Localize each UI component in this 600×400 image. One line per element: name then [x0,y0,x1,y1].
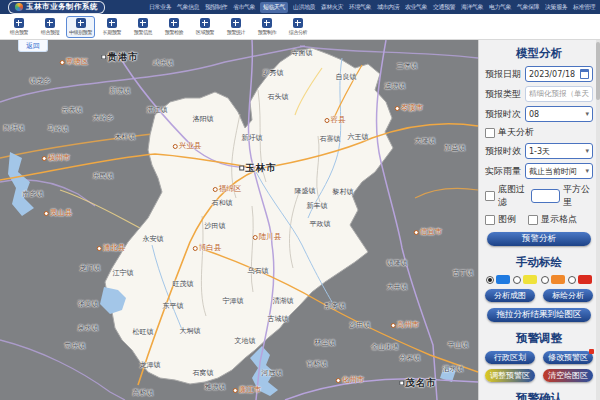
nav-item[interactable]: 标准管理 [572,2,596,13]
map-label: 江宁镇 [113,268,134,278]
map-label: 兴业县 [173,141,202,151]
map-label: 沙田镇 [350,320,371,330]
actual-rain-row: 实际雨量 截止当前时间 ▾ [485,163,593,179]
sidebar-scrollbar[interactable] [596,40,600,400]
basemap-filter-label: 底图过滤 [498,183,528,209]
map-label: 河唇镇 [262,368,283,378]
grid-icon [138,18,148,28]
nav-item[interactable]: 电力气象 [488,2,512,13]
app-logo[interactable]: 玉林市业务制作系统 [8,1,105,14]
map-label: 文地镇 [235,336,256,346]
color-swatch [578,275,592,284]
plot-color-radio[interactable] [513,275,537,284]
tool-tab[interactable]: 长期预警 [97,16,126,38]
app-title: 玉林市业务制作系统 [26,2,98,12]
warning-confirm-title: 预警确认 [485,391,593,400]
drag-result-to-canvas-button[interactable]: 拖拉分析结果到绘图区 [487,308,591,322]
warning-analysis-button[interactable]: 预警分析 [487,232,591,246]
legend-grid-row: 图例 显示格点 [485,213,593,226]
map-canvas[interactable]: 返回 贵港市 玉林市 茂名市 [0,40,478,400]
map-label: 陆川县 [253,232,282,242]
nav-item[interactable]: 预报制作 [204,2,228,13]
forecast-date-input[interactable]: 2023/07/18 [525,66,593,82]
nav-item[interactable]: 省市气象 [232,2,256,13]
clear-canvas-button[interactable]: 清空绘图区 [543,369,593,382]
adjust-warning-area-button[interactable]: 调整预警区 [485,369,535,382]
area-filter-input[interactable] [531,189,560,203]
plot-color-radio[interactable] [541,275,565,284]
nav-item[interactable]: 气象保障 [516,2,540,13]
nav-item[interactable]: 交通预警 [432,2,456,13]
nav-item[interactable]: 决策服务 [544,2,568,13]
color-swatch [496,275,510,284]
forecast-type-row: 预报类型 精细化预报（单天） [485,86,593,102]
plot-color-radio[interactable] [568,275,592,284]
map-label: 张黄镇 [78,299,99,309]
nav-item[interactable]: 城市内涝 [376,2,400,13]
map-label: 大隆镇 [415,136,436,146]
grid-icon [76,18,86,28]
place-marker-icon [253,235,258,240]
place-marker-icon [395,106,400,111]
tool-tab[interactable]: 中级别预警 [66,16,95,38]
map-label: 泗水镇 [443,364,464,374]
map-label: 罗秀镇 [263,68,284,78]
nav-item[interactable]: 山洪地质 [292,2,316,13]
map-label: 古丁镇 [453,268,474,278]
plot-analysis-button[interactable]: 标绘分析 [543,289,593,302]
grid-icon [262,18,272,28]
tool-tab[interactable]: 区域预警 [190,16,219,38]
forecast-hour-select[interactable]: 08 ▾ [525,106,593,122]
tool-tab[interactable]: 预警检验 [159,16,188,38]
nav-item[interactable]: 海洋气象 [460,2,484,13]
single-day-label: 单天分析 [498,126,534,139]
grid-icon [293,18,303,28]
nav-item[interactable]: 森林火灾 [320,2,344,13]
forecast-period-select[interactable]: 1-3天 ▾ [525,143,593,159]
nav-item[interactable]: 气象信息 [176,2,200,13]
map-label: 镇隆镇 [387,258,408,268]
tool-tab[interactable]: 预警统计 [221,16,250,38]
map-label: 清湖镇 [273,296,294,306]
place-marker-icon [239,166,244,171]
map-label: 平政镇 [310,219,331,229]
actual-rain-select[interactable]: 截止当前时间 ▾ [525,163,593,179]
map-label: 自良镇 [336,72,357,82]
map-label: 大井镇 [387,282,408,292]
admin-boundary-button[interactable]: 行政区划 [485,351,535,364]
map-label: 新圩镇 [242,133,263,143]
map-label: 石和镇 [212,198,233,208]
tab-label: 预警检验 [164,29,182,35]
single-day-checkbox[interactable] [485,128,495,138]
tool-tab[interactable]: 预警制作 [252,16,281,38]
map-label: 宁潭镇 [223,296,244,306]
plot-color-radio[interactable] [486,275,510,284]
grid-icon [14,18,24,28]
tool-tab[interactable]: 组合预警 [4,16,33,38]
back-button[interactable]: 返回 [18,40,48,52]
forecast-date-row: 预报日期 2023/07/18 [485,66,593,82]
tool-tab[interactable]: 综合分析 [283,16,312,38]
scrollbar-thumb[interactable] [596,42,600,100]
tab-label: 预警制作 [257,29,275,35]
modify-warning-area-button[interactable]: 修改预警区 [543,351,593,364]
analysis-to-image-button[interactable]: 分析成图 [485,289,535,302]
place-marker-icon [391,323,396,328]
nav-item[interactable]: 农业气象 [404,2,428,13]
place-marker-icon [414,230,419,235]
tool-tab[interactable]: 组合预报 [35,16,64,38]
legend-checkbox[interactable] [485,215,495,225]
nav-item[interactable]: 日常业务 [148,2,172,13]
map-label: 雅塘镇 [205,382,226,392]
nav-item[interactable]: 短临天气 [260,2,288,13]
map-label: 金山街道 [371,342,399,352]
map-label: 贵港市 [101,51,139,64]
nav-item[interactable]: 环境气象 [348,2,372,13]
map-label: 大垌镇 [180,326,201,336]
show-grid-checkbox[interactable] [528,215,538,225]
map-label: 镇龙乡 [30,76,51,86]
map-label: 新丰镇 [307,201,328,211]
tool-tab[interactable]: 预警信息 [128,16,157,38]
map-label: 大岭乡 [93,113,114,123]
basemap-filter-checkbox[interactable] [485,191,495,201]
